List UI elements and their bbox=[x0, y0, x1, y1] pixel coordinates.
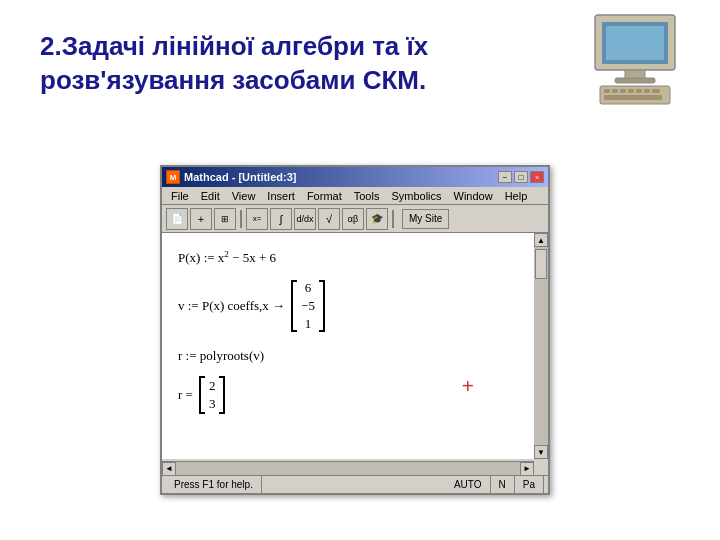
svg-rect-12 bbox=[652, 89, 660, 93]
coeff-2: 1 bbox=[305, 316, 312, 332]
status-n: N bbox=[491, 476, 515, 493]
menu-symbolics[interactable]: Symbolics bbox=[386, 189, 446, 203]
math-line-3: r := polyroots(v) bbox=[178, 348, 518, 364]
expr-v: v := P(x) coeffs,x → bbox=[178, 298, 285, 314]
expr-px: P(x) := x2 − 5x + 6 bbox=[178, 249, 276, 266]
menubar: File Edit View Insert Format Tools Symbo… bbox=[162, 187, 548, 205]
status-page: Pa bbox=[515, 476, 544, 493]
expr-req: r = bbox=[178, 387, 193, 403]
scrollbar-vertical[interactable]: ▲ ▼ bbox=[534, 233, 548, 459]
toolbar-derivative[interactable]: d/dx bbox=[294, 208, 316, 230]
titlebar-left: M Mathcad - [Untitled:3] bbox=[166, 170, 296, 184]
expr-r: r := polyroots(v) bbox=[178, 348, 264, 364]
content-area: P(x) := x2 − 5x + 6 v := P(x) coeffs,x →… bbox=[162, 233, 548, 459]
mysite-field[interactable]: My Site bbox=[402, 209, 449, 229]
matrix-right-bracket bbox=[319, 280, 325, 332]
menu-help[interactable]: Help bbox=[500, 189, 533, 203]
scroll-down-button[interactable]: ▼ bbox=[534, 445, 548, 459]
svg-rect-11 bbox=[644, 89, 650, 93]
maximize-button[interactable]: □ bbox=[514, 171, 528, 183]
menu-tools[interactable]: Tools bbox=[349, 189, 385, 203]
roots-right-bracket bbox=[219, 376, 225, 414]
slide-background: 2.Задачі лінійної алгебри та їх розв'язу… bbox=[0, 0, 720, 540]
menu-format[interactable]: Format bbox=[302, 189, 347, 203]
matrix-roots: 2 3 bbox=[199, 376, 226, 414]
content-inner[interactable]: P(x) := x2 − 5x + 6 v := P(x) coeffs,x →… bbox=[162, 233, 534, 459]
scroll-track[interactable] bbox=[534, 247, 548, 445]
slide-title: 2.Задачі лінійної алгебри та їх розв'язу… bbox=[40, 30, 460, 98]
menu-insert[interactable]: Insert bbox=[262, 189, 300, 203]
svg-rect-10 bbox=[636, 89, 642, 93]
toolbar-ab[interactable]: αβ bbox=[342, 208, 364, 230]
menu-window[interactable]: Window bbox=[449, 189, 498, 203]
svg-rect-9 bbox=[628, 89, 634, 93]
toolbar-sqrt[interactable]: √ bbox=[318, 208, 340, 230]
status-help: Press F1 for help. bbox=[166, 476, 262, 493]
matrix-values-1: 6 −5 1 bbox=[297, 278, 319, 334]
close-button[interactable]: × bbox=[530, 171, 544, 183]
svg-rect-2 bbox=[606, 26, 664, 60]
coeff-1: −5 bbox=[301, 298, 315, 314]
menu-file[interactable]: File bbox=[166, 189, 194, 203]
toolbar-hat[interactable]: 🎓 bbox=[366, 208, 388, 230]
scrollbar-horizontal[interactable]: ◄ ► bbox=[162, 461, 534, 475]
root-1: 3 bbox=[209, 396, 216, 412]
svg-rect-8 bbox=[620, 89, 626, 93]
hscroll-track[interactable] bbox=[176, 462, 520, 476]
app-icon: M bbox=[166, 170, 180, 184]
scroll-thumb[interactable] bbox=[535, 249, 547, 279]
toolbar-matrix[interactable]: ⊞ bbox=[214, 208, 236, 230]
status-mode: AUTO bbox=[446, 476, 491, 493]
matrix-coeffs: 6 −5 1 bbox=[291, 278, 325, 334]
plus-sign: + bbox=[461, 373, 474, 399]
svg-rect-13 bbox=[604, 95, 662, 100]
titlebar: M Mathcad - [Untitled:3] − □ × bbox=[162, 167, 548, 187]
window-controls[interactable]: − □ × bbox=[498, 171, 544, 183]
toolbar-calc[interactable]: + bbox=[190, 208, 212, 230]
menu-edit[interactable]: Edit bbox=[196, 189, 225, 203]
separator1 bbox=[240, 210, 242, 228]
mathcad-window: M Mathcad - [Untitled:3] − □ × File Edit… bbox=[160, 165, 550, 495]
scroll-up-button[interactable]: ▲ bbox=[534, 233, 548, 247]
matrix-values-2: 2 3 bbox=[205, 376, 220, 414]
computer-illustration bbox=[580, 10, 690, 110]
scroll-right-button[interactable]: ► bbox=[520, 462, 534, 476]
root-0: 2 bbox=[209, 378, 216, 394]
minimize-button[interactable]: − bbox=[498, 171, 512, 183]
toolbar-integral[interactable]: ∫ bbox=[270, 208, 292, 230]
mysite-label: My Site bbox=[409, 213, 442, 224]
math-line-2: v := P(x) coeffs,x → 6 −5 1 bbox=[178, 278, 518, 334]
menu-view[interactable]: View bbox=[227, 189, 261, 203]
coeff-0: 6 bbox=[305, 280, 312, 296]
svg-rect-7 bbox=[612, 89, 618, 93]
separator2 bbox=[392, 210, 394, 228]
toolbar-main: 📄 + ⊞ x= ∫ d/dx √ αβ 🎓 My Site bbox=[162, 205, 548, 233]
window-title: Mathcad - [Untitled:3] bbox=[184, 171, 296, 183]
svg-rect-4 bbox=[615, 78, 655, 83]
scroll-left-button[interactable]: ◄ bbox=[162, 462, 176, 476]
svg-rect-6 bbox=[604, 89, 610, 93]
statusbar: Press F1 for help. AUTO N Pa bbox=[162, 475, 548, 493]
math-line-1: P(x) := x2 − 5x + 6 bbox=[178, 249, 518, 266]
toolbar-new[interactable]: 📄 bbox=[166, 208, 188, 230]
toolbar-xeq[interactable]: x= bbox=[246, 208, 268, 230]
